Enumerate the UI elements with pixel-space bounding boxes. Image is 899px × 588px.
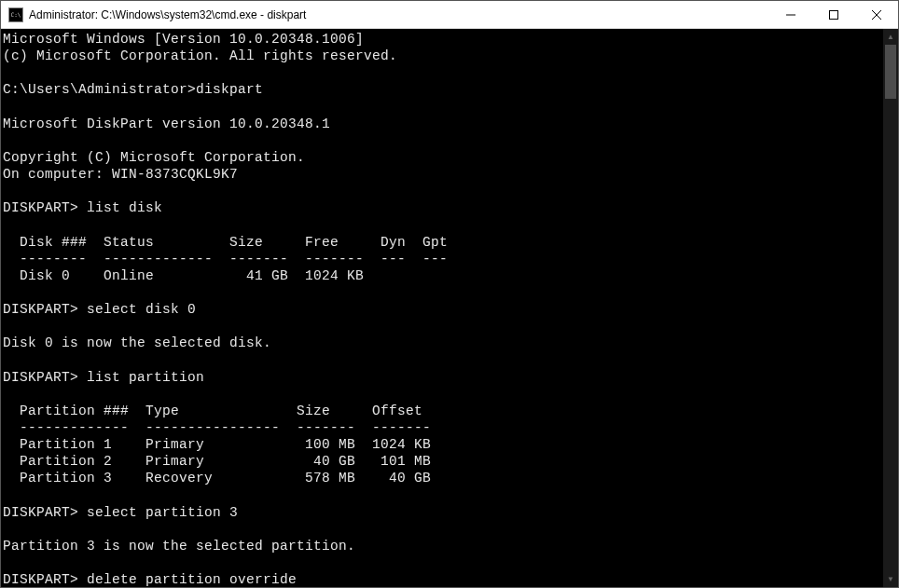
close-button[interactable] bbox=[855, 1, 898, 29]
diskpart-version: Microsoft DiskPart version 10.0.20348.1 bbox=[3, 116, 330, 131]
diskpart-copyright: Copyright (C) Microsoft Corporation. bbox=[3, 150, 305, 165]
partition-table-row: Partition 2 Primary 40 GB 101 MB bbox=[3, 454, 431, 469]
banner-line: Microsoft Windows [Version 10.0.20348.10… bbox=[3, 32, 364, 47]
maximize-button[interactable] bbox=[812, 1, 855, 29]
close-icon bbox=[872, 10, 881, 20]
scroll-down-button[interactable]: ▼ bbox=[883, 571, 898, 587]
diskpart-cmd-line: DISKPART> select partition 3 bbox=[3, 505, 238, 520]
diskpart-msg: Disk 0 is now the selected disk. bbox=[3, 335, 271, 350]
content-area: Microsoft Windows [Version 10.0.20348.10… bbox=[1, 29, 898, 587]
titlebar[interactable]: Administrator: C:\Windows\system32\cmd.e… bbox=[1, 1, 898, 29]
cmd-window: Administrator: C:\Windows\system32\cmd.e… bbox=[0, 0, 899, 588]
vertical-scrollbar[interactable]: ▲ ▼ bbox=[883, 29, 898, 587]
cmd-icon bbox=[8, 7, 23, 22]
minimize-button[interactable] bbox=[769, 1, 812, 29]
diskpart-cmd-line: DISKPART> list disk bbox=[3, 200, 162, 215]
disk-table-header: Disk ### Status Size Free Dyn Gpt bbox=[3, 235, 448, 250]
partition-table-header: Partition ### Type Size Offset bbox=[3, 403, 422, 418]
cmd-prompt-line: C:\Users\Administrator>diskpart bbox=[3, 82, 263, 97]
scroll-thumb[interactable] bbox=[885, 45, 896, 99]
diskpart-cmd-line: DISKPART> list partition bbox=[3, 370, 204, 385]
maximize-icon bbox=[829, 10, 838, 20]
scroll-up-button[interactable]: ▲ bbox=[883, 29, 898, 45]
disk-table-divider: -------- ------------- ------- ------- -… bbox=[3, 252, 448, 267]
scroll-track[interactable] bbox=[883, 45, 898, 571]
diskpart-cmd-line: DISKPART> select disk 0 bbox=[3, 302, 196, 317]
partition-table-divider: ------------- ---------------- ------- -… bbox=[3, 420, 431, 435]
terminal-output[interactable]: Microsoft Windows [Version 10.0.20348.10… bbox=[1, 29, 883, 587]
window-title: Administrator: C:\Windows\system32\cmd.e… bbox=[29, 8, 306, 21]
partition-table-row: Partition 3 Recovery 578 MB 40 GB bbox=[3, 471, 431, 485]
diskpart-computer: On computer: WIN-8373CQKL9K7 bbox=[3, 167, 238, 182]
diskpart-msg: Partition 3 is now the selected partitio… bbox=[3, 539, 355, 554]
diskpart-cmd-line: DISKPART> delete partition override bbox=[3, 572, 297, 587]
banner-line: (c) Microsoft Corporation. All rights re… bbox=[3, 48, 397, 63]
svg-rect-1 bbox=[830, 10, 838, 19]
partition-table-row: Partition 1 Primary 100 MB 1024 KB bbox=[3, 437, 431, 452]
disk-table-row: Disk 0 Online 41 GB 1024 KB bbox=[3, 268, 364, 283]
minimize-icon bbox=[786, 10, 795, 20]
